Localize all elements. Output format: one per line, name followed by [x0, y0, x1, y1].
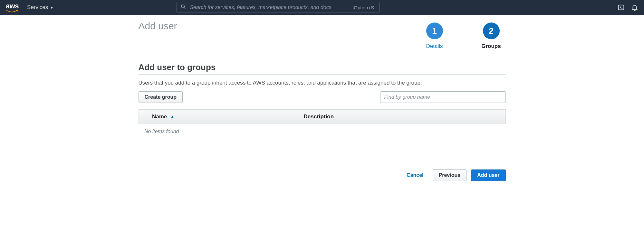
aws-logo-text: aws	[6, 3, 19, 10]
previous-button[interactable]: Previous	[433, 169, 467, 181]
section-title: Add user to groups	[139, 62, 506, 72]
step-label: Groups	[481, 43, 501, 50]
search-icon	[181, 4, 186, 11]
aws-smile-icon	[6, 9, 19, 12]
page-content: Add user 1 Details 2 Groups Add user to …	[135, 15, 509, 184]
group-filter-input[interactable]	[380, 91, 506, 103]
table-header-row: Name ▲ Description	[139, 110, 505, 124]
cloudshell-icon[interactable]	[618, 4, 625, 11]
step-number: 2	[483, 23, 500, 39]
section-divider	[139, 74, 506, 75]
wizard-step-groups: 2 Groups	[477, 23, 506, 50]
cancel-button[interactable]: Cancel	[402, 169, 428, 181]
col-description-header[interactable]: Description	[304, 110, 505, 124]
top-nav: aws Services ▼ [Option+S]	[0, 0, 644, 15]
page-footer: Cancel Previous Add user	[139, 165, 506, 184]
notifications-icon[interactable]	[631, 4, 638, 11]
section-controls: Create group	[139, 91, 506, 103]
aws-logo[interactable]: aws	[6, 3, 19, 12]
groups-table: Name ▲ Description No items found	[139, 109, 506, 139]
sort-ascending-icon: ▲	[170, 114, 174, 119]
empty-message: No items found	[139, 124, 505, 139]
groups-table-wrapper: Name ▲ Description No items found	[139, 109, 506, 139]
col-description-label: Description	[304, 114, 334, 120]
page-title: Add user	[139, 21, 177, 32]
create-group-button[interactable]: Create group	[139, 91, 183, 103]
step-number: 1	[426, 23, 443, 39]
step-connector	[449, 31, 477, 31]
step-label: Details	[426, 43, 443, 50]
section-description: Users that you add to a group inherit ac…	[139, 80, 506, 86]
page-header: Add user 1 Details 2 Groups	[139, 21, 506, 50]
svg-line-1	[184, 7, 185, 9]
global-search: [Option+S]	[177, 2, 380, 13]
wizard-steps: 1 Details 2 Groups	[420, 23, 506, 50]
search-input[interactable]	[190, 5, 349, 10]
col-select	[139, 110, 152, 124]
search-box[interactable]: [Option+S]	[177, 2, 380, 13]
nav-icons	[618, 4, 638, 11]
search-shortcut-hint: [Option+S]	[352, 5, 375, 10]
services-menu-button[interactable]: Services ▼	[27, 4, 53, 11]
services-label: Services	[27, 4, 48, 11]
table-empty-row: No items found	[139, 124, 505, 139]
wizard-step-details[interactable]: 1 Details	[420, 23, 449, 50]
col-name-header[interactable]: Name ▲	[152, 110, 304, 124]
col-name-label: Name	[152, 114, 167, 120]
caret-down-icon: ▼	[50, 6, 53, 10]
svg-point-0	[181, 5, 184, 8]
add-user-button[interactable]: Add user	[471, 169, 505, 181]
